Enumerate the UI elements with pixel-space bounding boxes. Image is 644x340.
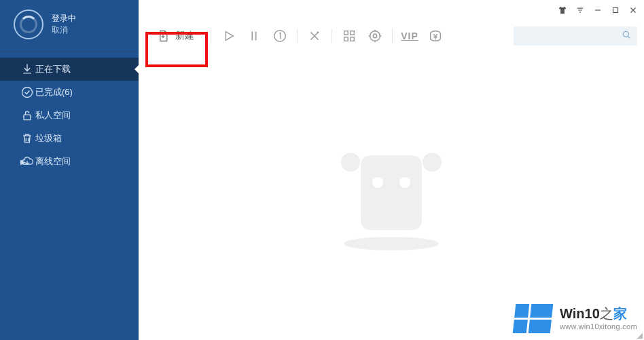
trash-icon [20, 132, 34, 145]
svg-point-10 [623, 31, 628, 37]
sidebar-item-offline[interactable]: ▶ 离线空间 [0, 150, 139, 173]
user-block: 登录中 取消 [0, 0, 139, 52]
watermark-url: www.win10xitong.com [560, 322, 637, 332]
sidebar-item-completed[interactable]: 已完成(6) [0, 81, 139, 104]
new-task-label: 新建 [175, 30, 194, 42]
resize-grip[interactable] [637, 333, 643, 339]
vip-button[interactable]: VIP [398, 24, 421, 48]
svg-point-14 [399, 177, 410, 188]
search-icon[interactable] [621, 29, 632, 43]
sidebar-divider [0, 52, 139, 52]
svg-point-11 [344, 237, 439, 250]
sidebar-nav: 正在下载 已完成(6) 私人空间 垃圾箱 ▶ [0, 58, 139, 173]
cancel-login-link[interactable]: 取消 [52, 24, 76, 36]
cloud-download-icon [20, 155, 34, 168]
minimize-button[interactable] [592, 5, 603, 16]
sidebar-item-label: 正在下载 [35, 63, 71, 75]
svg-rect-7 [351, 37, 355, 41]
close-button[interactable] [628, 5, 639, 16]
target-button[interactable] [363, 24, 387, 48]
new-file-icon [156, 29, 170, 43]
svg-rect-1 [24, 115, 31, 120]
avatar[interactable] [14, 10, 43, 39]
maximize-button[interactable] [610, 5, 621, 16]
currency-button[interactable] [424, 24, 447, 48]
delete-button[interactable] [303, 24, 326, 48]
toolbar-separator [211, 29, 211, 43]
delete-x-icon [307, 29, 322, 43]
search-input[interactable] [519, 31, 621, 41]
toolbar: 新建 [139, 20, 644, 52]
sidebar-item-private[interactable]: 私人空间 [0, 104, 139, 127]
start-button[interactable] [217, 24, 240, 48]
currency-icon [428, 29, 443, 43]
watermark: Win10之家 www.win10xitong.com [514, 304, 637, 333]
svg-point-15 [341, 153, 360, 172]
sidebar-item-label: 私人空间 [35, 109, 71, 121]
main-panel: 新建 [139, 0, 644, 340]
vip-label: VIP [401, 31, 418, 41]
pause-icon [247, 29, 262, 43]
sidebar-item-trash[interactable]: 垃圾箱 [0, 127, 139, 150]
watermark-title: Win10之家 [560, 305, 637, 322]
svg-point-9 [373, 34, 377, 38]
target-icon [368, 29, 382, 43]
speed-button[interactable] [268, 24, 291, 48]
download-icon [20, 62, 34, 76]
toolbar-separator [392, 29, 393, 43]
svg-rect-5 [351, 31, 355, 35]
svg-rect-2 [613, 8, 618, 13]
loading-spinner-icon [20, 16, 37, 33]
sidebar-item-label: 垃圾箱 [35, 132, 62, 145]
empty-state-illustration [317, 128, 466, 264]
svg-point-8 [370, 31, 380, 41]
svg-point-0 [22, 88, 33, 98]
check-icon [20, 86, 34, 99]
titlebar [139, 0, 644, 20]
skin-icon[interactable] [557, 5, 568, 16]
windows-logo-icon [513, 304, 554, 333]
svg-point-16 [423, 153, 442, 172]
svg-point-13 [372, 177, 383, 188]
svg-rect-12 [361, 155, 422, 230]
toolbar-separator [297, 29, 298, 43]
svg-rect-6 [344, 37, 348, 41]
grid-button[interactable] [338, 24, 361, 48]
sidebar-item-label: 已完成(6) [35, 86, 73, 98]
play-icon [221, 29, 236, 43]
content-area [139, 52, 644, 340]
menu-dropdown-icon[interactable] [575, 5, 586, 16]
svg-point-3 [274, 31, 286, 42]
toolbar-separator [332, 29, 332, 43]
search-box[interactable] [514, 26, 637, 45]
login-status: 登录中 [52, 13, 76, 24]
sidebar-item-label: 离线空间 [35, 155, 71, 168]
svg-rect-4 [344, 31, 348, 35]
lock-icon [20, 109, 34, 122]
circle-one-icon [272, 29, 287, 43]
grid-icon [342, 29, 357, 43]
pause-button[interactable] [243, 24, 266, 48]
sidebar: 登录中 取消 正在下载 已完成(6) 私人空间 [0, 0, 139, 340]
new-task-button[interactable]: 新建 [145, 20, 205, 52]
sidebar-item-downloading[interactable]: 正在下载 [0, 58, 139, 81]
